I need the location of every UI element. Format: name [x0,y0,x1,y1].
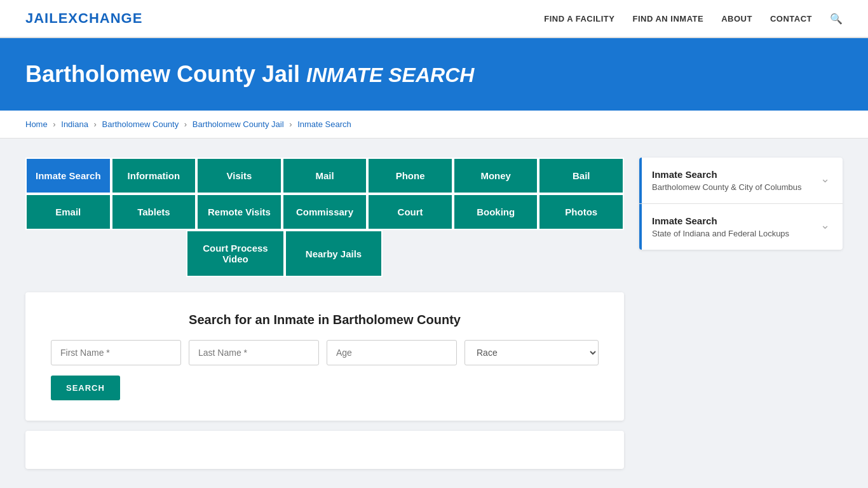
search-button[interactable]: SEARCH [51,376,120,400]
nav-contact[interactable]: CONTACT [770,14,812,24]
sidebar: Inmate Search Bartholomew County & City … [639,158,843,469]
chevron-down-icon: ⌄ [820,172,830,186]
nav-find-facility[interactable]: FIND A FACILITY [544,14,614,24]
logo[interactable]: JAILEXCHANGE [25,10,142,27]
chevron-down-icon: ⌄ [820,218,830,232]
tab-inmate-search[interactable]: Inmate Search [25,158,111,194]
breadcrumb-home[interactable]: Home [25,119,48,129]
tabs-row-2: EmailTabletsRemote VisitsCommissaryCourt… [25,194,624,230]
tabs-row-3: Court Process VideoNearby Jails [25,230,624,277]
navbar: JAILEXCHANGE FIND A FACILITY FIND AN INM… [0,0,868,38]
tab-court-process-video[interactable]: Court Process Video [186,230,285,277]
nav-find-inmate[interactable]: FIND AN INMATE [632,14,703,24]
sidebar-card: Inmate Search Bartholomew County & City … [639,158,843,250]
race-select[interactable]: RaceWhiteBlackHispanicAsianOther [465,340,599,365]
tab-information[interactable]: Information [111,158,197,194]
search-box: Search for an Inmate in Bartholomew Coun… [25,292,624,421]
search-icon[interactable]: 🔍 [830,13,843,25]
tabs-grid: Inmate SearchInformationVisitsMailPhoneM… [25,158,624,277]
sidebar-item-title: Inmate Search [652,169,802,180]
hero-banner: Bartholomew County Jail INMATE SEARCH [0,38,868,111]
logo-jail: JAIL [25,10,58,26]
tab-money[interactable]: Money [453,158,539,194]
logo-exchange: EXCHANGE [58,10,143,26]
tab-phone[interactable]: Phone [367,158,453,194]
content-bottom [25,431,624,469]
tab-nearby-jails[interactable]: Nearby Jails [285,230,383,277]
content-area: Inmate SearchInformationVisitsMailPhoneM… [25,158,624,469]
tab-court[interactable]: Court [367,194,453,230]
sidebar-item-subtitle: State of Indiana and Federal Lockups [652,229,789,238]
main-content: Inmate SearchInformationVisitsMailPhoneM… [0,139,868,488]
sidebar-item-title: Inmate Search [652,215,789,226]
form-row: RaceWhiteBlackHispanicAsianOther [51,340,599,365]
tab-remote-visits[interactable]: Remote Visits [196,194,282,230]
breadcrumb-indiana[interactable]: Indiana [61,119,88,129]
sidebar-item-subtitle: Bartholomew County & City of Columbus [652,182,802,192]
tabs-row-1: Inmate SearchInformationVisitsMailPhoneM… [25,158,624,194]
tab-booking[interactable]: Booking [453,194,539,230]
nav-about[interactable]: ABOUT [721,14,752,24]
breadcrumb-inmate-search[interactable]: Inmate Search [297,119,351,129]
nav-links: FIND A FACILITY FIND AN INMATE ABOUT CON… [544,13,843,25]
page-subtitle: INMATE SEARCH [306,64,474,86]
sidebar-item[interactable]: Inmate Search State of Indiana and Feder… [639,204,843,250]
breadcrumb: Home › Indiana › Bartholomew County › Ba… [0,111,868,139]
tab-commissary[interactable]: Commissary [282,194,368,230]
breadcrumb-jail[interactable]: Bartholomew County Jail [193,119,284,129]
tab-bail[interactable]: Bail [538,158,624,194]
tab-photos[interactable]: Photos [538,194,624,230]
last-name-input[interactable] [189,340,319,365]
tab-email[interactable]: Email [25,194,111,230]
search-title: Search for an Inmate in Bartholomew Coun… [51,313,599,327]
age-input[interactable] [327,340,457,365]
tab-visits[interactable]: Visits [196,158,282,194]
first-name-input[interactable] [51,340,181,365]
breadcrumb-county[interactable]: Bartholomew County [102,119,179,129]
page-title: Bartholomew County Jail INMATE SEARCH [25,61,843,88]
sidebar-item[interactable]: Inmate Search Bartholomew County & City … [639,158,843,204]
tab-mail[interactable]: Mail [282,158,368,194]
tab-tablets[interactable]: Tablets [111,194,197,230]
